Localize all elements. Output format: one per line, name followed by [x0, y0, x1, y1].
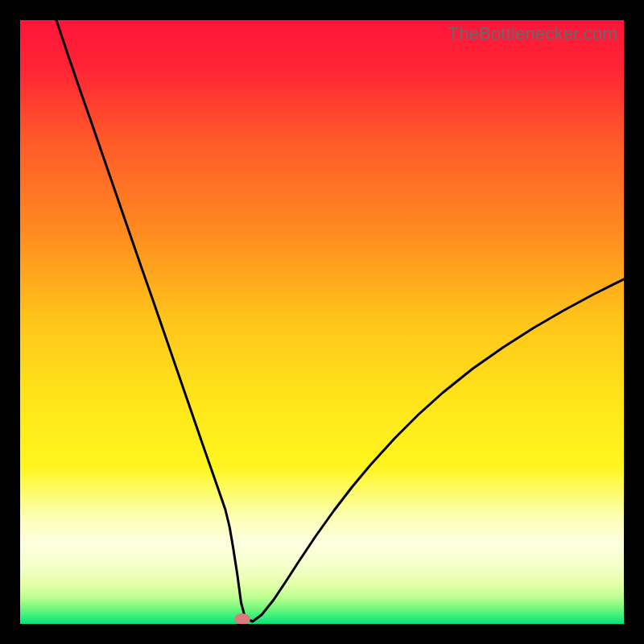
watermark-text: TheBottlenecker.com [448, 23, 617, 44]
chart-svg [20, 20, 624, 624]
gradient-background [20, 20, 624, 624]
plot-area [20, 20, 624, 624]
chart-frame: TheBottlenecker.com [20, 20, 624, 624]
